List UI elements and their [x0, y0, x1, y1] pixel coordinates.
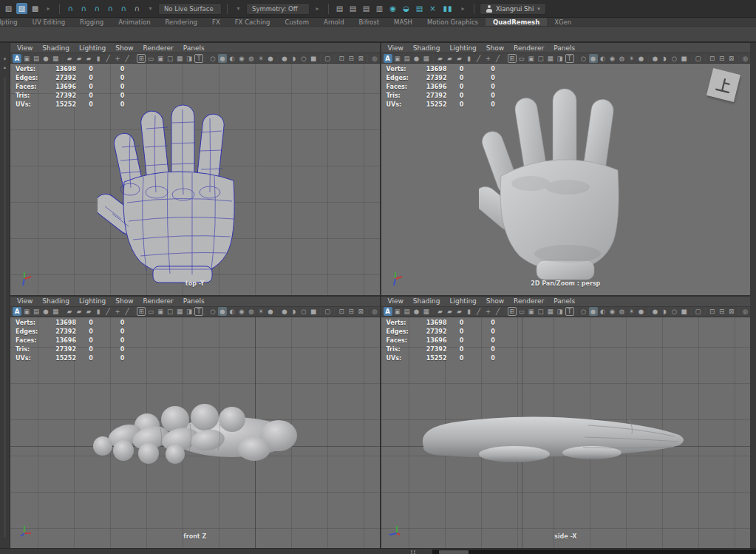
two-pane-layout-icon[interactable]: ▭ [517, 54, 526, 63]
camera-attributes-icon[interactable]: ▤ [403, 54, 412, 63]
single-pane-layout-icon[interactable]: ⊞ [137, 54, 146, 63]
viewport-menu-view[interactable]: View [388, 297, 403, 305]
render-flyout-icon[interactable]: ▸ [457, 3, 469, 14]
make-object-live-icon[interactable]: ∩ [132, 3, 143, 14]
motion-blur-icon[interactable]: ◗ [661, 54, 670, 63]
snap-options-caret-icon[interactable]: ▾ [145, 3, 156, 14]
symmetry-flyout-icon[interactable]: ▸ [312, 3, 323, 14]
wireframe-display-icon[interactable]: ○ [579, 54, 588, 63]
viewport-menu-renderer[interactable]: Renderer [514, 297, 544, 305]
viewport-menu-view[interactable]: View [388, 44, 403, 52]
shadows-icon[interactable]: ● [637, 307, 646, 316]
camera-3d-icon[interactable]: ▰ [446, 307, 454, 316]
shelf-tab-bifrost[interactable]: Bifrost [352, 18, 386, 27]
viewport-canvas-top[interactable]: Verts:1369800Edges:2739200Faces:1369600T… [10, 64, 380, 295]
viewport-menu-show[interactable]: Show [115, 297, 133, 305]
script-editor-pane-icon[interactable]: T [565, 307, 574, 316]
shaded-display-icon[interactable]: ● [589, 307, 598, 316]
hand-model-front[interactable] [81, 399, 302, 473]
script-editor-pane-icon[interactable]: T [565, 54, 574, 63]
snap-to-grid-icon[interactable]: ∩ [65, 3, 76, 14]
pencil-icon[interactable]: ╱ [494, 307, 503, 316]
viewport-canvas-side[interactable]: Verts:1369800Edges:2739200Faces:1369600T… [381, 317, 751, 549]
camera-3d-icon[interactable]: ▰ [75, 54, 84, 63]
depth-of-field-icon[interactable]: ○ [299, 54, 308, 63]
camera-bookmark-icon[interactable]: ▰ [455, 54, 464, 63]
viewport-canvas-front[interactable]: Verts:1369800Edges:2739200Faces:1369600T… [10, 317, 380, 549]
textured-display-icon[interactable]: ◐ [228, 54, 236, 63]
frame-region-icon[interactable]: ⊠ [356, 54, 365, 63]
single-pane-layout-icon[interactable]: ⊞ [508, 54, 517, 63]
isolate-select-icon[interactable]: ▢ [323, 307, 332, 316]
toolbox-collapse-icon[interactable]: ▾ [1, 56, 9, 63]
textured-display-icon[interactable]: ◐ [599, 307, 607, 316]
viewport-menu-shading[interactable]: Shading [413, 44, 440, 52]
viewport-canvas-persp[interactable]: Verts:1369800Edges:2739200Faces:1369600T… [381, 64, 751, 295]
textured-display-icon[interactable]: ◐ [599, 54, 607, 63]
image-plane-icon[interactable]: ▦ [422, 54, 431, 63]
frame-region-icon[interactable]: ⊠ [727, 54, 736, 63]
camera-3d-icon[interactable]: ▰ [75, 307, 84, 316]
material-display-icon[interactable]: ◍ [618, 307, 627, 316]
viewport-menu-renderer[interactable]: Renderer [514, 44, 544, 52]
lights-icon[interactable]: ☀ [256, 307, 265, 316]
image-plane-icon[interactable]: ▦ [51, 307, 60, 316]
isolate-select-icon[interactable]: ▢ [694, 307, 703, 316]
viewport-menu-panels[interactable]: Panels [183, 297, 205, 305]
viewport-menu-panels[interactable]: Panels [554, 44, 575, 52]
shelf-tab-custom[interactable]: Custom [277, 18, 316, 27]
previous-layout-icon[interactable]: □ [537, 307, 545, 316]
shadows-icon[interactable]: ● [266, 54, 275, 63]
shelf-tab-fx[interactable]: FX [205, 18, 228, 27]
motion-blur-icon[interactable]: ◗ [290, 307, 299, 316]
outliner-pane-icon[interactable]: ◨ [185, 54, 194, 63]
outliner-pane-icon[interactable]: ◨ [556, 307, 565, 316]
two-pane-layout-icon[interactable]: ▭ [146, 307, 155, 316]
copy-view-icon[interactable]: ⊡ [337, 307, 346, 316]
hypershade-icon[interactable]: ◒ [401, 3, 412, 14]
textured-display-icon[interactable]: ◐ [228, 307, 236, 316]
pencil-icon[interactable]: ╱ [494, 54, 503, 63]
outliner-pane-icon[interactable]: ◨ [185, 307, 194, 316]
lights-icon[interactable]: ☀ [256, 54, 265, 63]
exposure-icon[interactable]: ◎ [741, 54, 750, 63]
flyout-arrow-icon[interactable]: ▸ [43, 3, 54, 14]
shaded-display-icon[interactable]: ● [218, 54, 227, 63]
select-camera-icon[interactable]: A [384, 307, 392, 316]
viewport-menu-show[interactable]: Show [115, 44, 133, 52]
lock-camera-icon[interactable]: ▣ [393, 307, 402, 316]
select-component-icon[interactable]: ▩ [30, 3, 41, 14]
four-pane-layout-icon[interactable]: ▦ [175, 54, 184, 63]
render-settings-icon[interactable]: ▤ [414, 3, 425, 14]
copy-view-icon[interactable]: ⊡ [708, 307, 717, 316]
copy-view-icon[interactable]: ⊡ [708, 54, 717, 63]
shelf-tab-mash[interactable]: MASH [386, 18, 420, 27]
single-pane-layout-icon[interactable]: ⊞ [508, 307, 517, 316]
grease-pencil-frames-icon[interactable]: + [113, 54, 122, 63]
shelf-tab-fx-caching[interactable]: FX Caching [228, 18, 278, 27]
grease-pencil-frames-icon[interactable]: + [484, 54, 493, 63]
toolbox-scrollbar[interactable] [4, 77, 6, 538]
motion-blur-icon[interactable]: ◗ [661, 307, 670, 316]
timeline-grip[interactable] [411, 550, 416, 554]
lock-camera-icon[interactable]: ▣ [393, 54, 402, 63]
copy-view-icon[interactable]: ⊡ [337, 54, 346, 63]
exposure-icon[interactable]: ◎ [370, 307, 379, 316]
shaded-display-icon[interactable]: ● [589, 54, 598, 63]
viewport-menu-panels[interactable]: Panels [554, 297, 575, 305]
viewport-menu-renderer[interactable]: Renderer [143, 297, 174, 305]
flag-icon[interactable]: ▮ [465, 307, 474, 316]
camera-bookmark-icon[interactable]: ▰ [455, 307, 464, 316]
four-pane-layout-icon[interactable]: ▦ [546, 54, 555, 63]
bookmarks-icon[interactable]: ● [41, 307, 50, 316]
viewport-menu-show[interactable]: Show [486, 44, 504, 52]
shelf-tab-sculpting[interactable]: Sculpting [0, 18, 25, 27]
frame-region-icon[interactable]: ⊠ [356, 307, 365, 316]
script-editor-pane-icon[interactable]: T [194, 307, 203, 316]
viewport-menu-view[interactable]: View [17, 297, 33, 305]
wire-on-shaded-icon[interactable]: ◉ [237, 307, 246, 316]
wireframe-display-icon[interactable]: ○ [208, 307, 217, 316]
lights-icon[interactable]: ☀ [627, 54, 636, 63]
material-display-icon[interactable]: ◍ [247, 307, 256, 316]
shelf-tab-motion-graphics[interactable]: Motion Graphics [420, 18, 486, 27]
